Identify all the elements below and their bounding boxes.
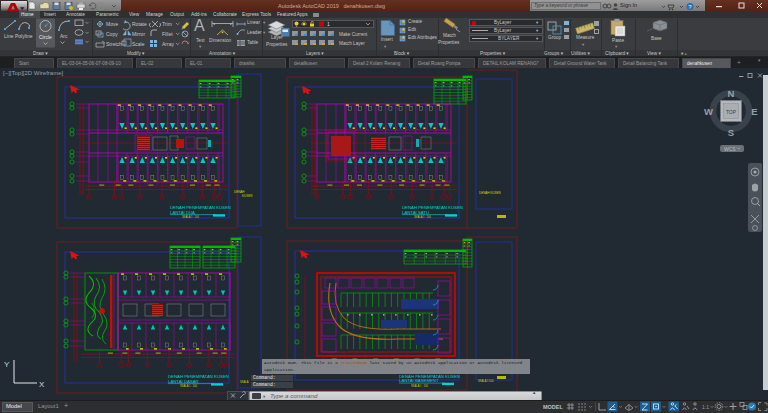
svg-text:Mirror: Mirror <box>132 31 145 37</box>
svg-text:SKALA 1 : 100: SKALA 1 : 100 <box>180 384 197 388</box>
svg-text:WCS: WCS <box>724 146 736 152</box>
svg-text:Fillet: Fillet <box>162 31 173 37</box>
svg-text:SKALA 1 : 100: SKALA 1 : 100 <box>182 215 199 219</box>
svg-text:N: N <box>728 88 735 99</box>
svg-text:TOP: TOP <box>726 109 737 115</box>
svg-text:LANTAI SATU: LANTAI SATU <box>402 210 429 215</box>
svg-text:Rotate: Rotate <box>132 21 147 27</box>
svg-text:DENAH KUSEN: DENAH KUSEN <box>479 191 501 195</box>
svg-text:Arc: Arc <box>60 33 68 39</box>
svg-text:Stretch: Stretch <box>106 41 122 47</box>
svg-text:E: E <box>751 106 757 117</box>
svg-text:Y: Y <box>4 360 10 369</box>
svg-text:Trim: Trim <box>162 21 172 27</box>
svg-text:W: W <box>704 106 713 117</box>
svg-text:Move: Move <box>106 21 118 27</box>
svg-text:SKALA: SKALA <box>240 380 249 384</box>
svg-text:LANTAI DASAR: LANTAI DASAR <box>168 379 199 384</box>
svg-text:S: S <box>728 127 734 138</box>
svg-text:LANTAI BASEMENT: LANTAI BASEMENT <box>399 378 439 383</box>
svg-text:LANTAI DUA: LANTAI DUA <box>170 210 195 215</box>
svg-text:Line: Line <box>4 33 14 39</box>
svg-text:1: 1 <box>327 21 330 27</box>
svg-text:Copy: Copy <box>106 31 118 37</box>
svg-text:Scale: Scale <box>132 41 145 47</box>
svg-text:SKALA 1:100: SKALA 1:100 <box>478 379 494 383</box>
svg-text:1:1: 1:1 <box>702 404 709 410</box>
svg-text:SKALA 1 : 100: SKALA 1 : 100 <box>414 215 431 219</box>
svg-text:Polyline: Polyline <box>15 33 33 39</box>
svg-text:SKALA 1 : 100: SKALA 1 : 100 <box>411 384 428 388</box>
svg-text:Array: Array <box>162 41 174 47</box>
svg-text:X: X <box>39 380 45 389</box>
svg-text:KUSEN: KUSEN <box>242 194 252 198</box>
svg-text:Circle: Circle <box>39 34 52 40</box>
